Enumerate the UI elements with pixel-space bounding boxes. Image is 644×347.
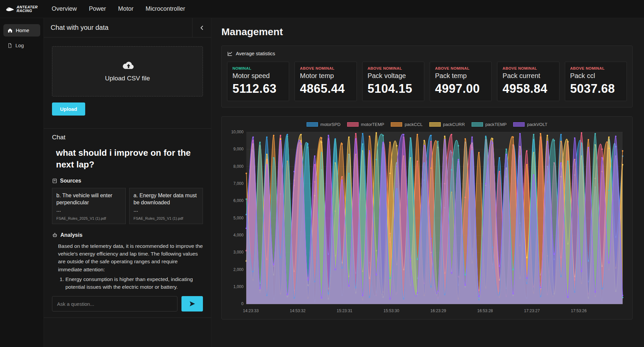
svg-text:10,000: 10,000 — [231, 130, 244, 134]
sidebar: Home Log — [0, 18, 44, 347]
stat-label: Motor speed — [232, 72, 284, 80]
source-quote: a. Energy Meter data must be downloaded — [133, 192, 199, 206]
svg-text:16:53:28: 16:53:28 — [477, 308, 493, 313]
stat-card: ABOVE NOMINAL Pack ccl 5037.68 — [565, 62, 627, 101]
analysis-section: Analysis Based on the telemetry data, it… — [44, 224, 211, 291]
legend-swatch — [347, 122, 359, 127]
stat-card: NOMINAL Motor speed 5112.63 — [227, 62, 289, 101]
legend-swatch — [429, 122, 441, 127]
analysis-text: Based on the telemetry data, it is recom… — [58, 242, 203, 273]
average-statistics-panel: Average statistics NOMINAL Motor speed 5… — [221, 46, 633, 108]
stat-status: ABOVE NOMINAL — [570, 66, 622, 70]
stats-header-label: Average statistics — [236, 51, 275, 56]
nav-item-overview[interactable]: Overview — [52, 5, 77, 12]
analysis-label-row: Analysis — [52, 232, 203, 238]
stat-value: 5112.63 — [232, 82, 284, 96]
analysis-list-item: Energy consumption is higher than expect… — [65, 275, 203, 291]
legend-item-packCCL[interactable]: packCCL — [391, 122, 422, 127]
stat-status: ABOVE NOMINAL — [435, 66, 486, 70]
send-icon — [189, 300, 196, 307]
legend-item-packTEMP[interactable]: packTEMP — [472, 122, 507, 127]
chat-panel: Chat with your data Upload CSV file — [44, 18, 211, 347]
svg-text:8,000: 8,000 — [233, 164, 244, 169]
collapse-panel-button[interactable] — [192, 18, 211, 37]
main-content: Management Average statistics NOMINAL Mo… — [211, 18, 644, 347]
cloud-upload-icon — [120, 61, 135, 71]
line-chart-icon — [227, 51, 233, 56]
stat-value: 5104.15 — [368, 82, 419, 96]
source-ellipsis: ... — [133, 207, 199, 213]
nav-item-microcontroller[interactable]: Microcontroller — [146, 5, 185, 12]
legend-item-motorSPD[interactable]: motorSPD — [307, 122, 340, 127]
sources-label: Sources — [60, 178, 81, 184]
legend-swatch — [391, 122, 402, 127]
source-card[interactable]: b. The vehicle will enter perpendicular … — [52, 188, 126, 224]
telemetry-chart-panel: motorSPDmotorTEMPpackCCLpackCURRpackTEMP… — [221, 116, 633, 320]
source-filename: FSAE_Rules_2025_V1 (1).pdf — [133, 216, 199, 220]
sidebar-item-log[interactable]: Log — [3, 39, 40, 52]
brand-logo[interactable]: ANTEATER RACING — [0, 5, 44, 13]
svg-text:17:53:26: 17:53:26 — [571, 308, 587, 313]
legend-swatch — [307, 122, 318, 127]
svg-text:0: 0 — [241, 301, 244, 306]
nav-item-power[interactable]: Power — [89, 5, 106, 12]
svg-text:16:23:29: 16:23:29 — [430, 308, 446, 313]
ask-question-input[interactable] — [52, 296, 177, 311]
csv-dropzone[interactable]: Upload CSV file — [52, 46, 203, 96]
stat-card: ABOVE NOMINAL Motor temp 4865.44 — [294, 62, 357, 101]
upload-section: Upload CSV file Upload — [44, 38, 211, 116]
stat-status: ABOVE NOMINAL — [300, 66, 351, 70]
stat-card: ABOVE NOMINAL Pack voltage 5104.15 — [362, 62, 424, 101]
ask-row — [44, 291, 211, 318]
svg-text:7,000: 7,000 — [233, 181, 244, 186]
stat-value: 4958.84 — [502, 82, 554, 96]
sidebar-item-home[interactable]: Home — [3, 24, 40, 37]
robot-icon — [52, 232, 58, 238]
source-quote: b. The vehicle will enter perpendicular — [56, 192, 121, 206]
svg-text:15:23:31: 15:23:31 — [337, 308, 353, 313]
svg-text:15:53:30: 15:53:30 — [383, 308, 399, 313]
stat-value: 4865.44 — [300, 82, 351, 96]
legend-item-motorTEMP[interactable]: motorTEMP — [347, 122, 384, 127]
stat-label: Pack ccl — [570, 72, 622, 80]
svg-text:6,000: 6,000 — [233, 198, 244, 203]
stat-status: ABOVE NOMINAL — [368, 66, 419, 70]
analysis-list: Energy consumption is higher than expect… — [59, 275, 203, 291]
svg-text:9,000: 9,000 — [233, 147, 244, 151]
stat-value: 5037.68 — [570, 82, 622, 96]
analysis-label: Analysis — [60, 232, 83, 238]
chart-legend: motorSPDmotorTEMPpackCCLpackCURRpackTEMP… — [226, 120, 628, 128]
svg-text:5,000: 5,000 — [233, 216, 244, 220]
legend-swatch — [472, 122, 483, 127]
svg-text:1,000: 1,000 — [233, 284, 244, 289]
svg-text:3,000: 3,000 — [233, 250, 244, 255]
chat-section: Chat what should i improve on for the ne… — [44, 128, 211, 318]
svg-text:2,000: 2,000 — [233, 267, 244, 272]
nav-item-motor[interactable]: Motor — [118, 5, 133, 12]
svg-text:4,000: 4,000 — [233, 233, 244, 237]
stat-value: 4997.00 — [435, 82, 486, 96]
send-button[interactable] — [181, 296, 203, 311]
nav-links: Overview Power Motor Microcontroller — [52, 5, 185, 12]
home-icon — [7, 28, 13, 33]
source-card[interactable]: a. Energy Meter data must be downloaded … — [129, 188, 203, 224]
chat-panel-header: Chat with your data — [44, 18, 211, 38]
stat-status: NOMINAL — [232, 66, 284, 70]
anteater-logo-icon — [6, 6, 14, 12]
stat-label: Motor temp — [300, 72, 351, 80]
sidebar-item-label: Log — [15, 43, 24, 48]
legend-item-packVOLT[interactable]: packVOLT — [513, 122, 547, 127]
log-icon — [7, 43, 12, 48]
svg-text:17:23:27: 17:23:27 — [524, 308, 540, 313]
user-question: what should i improve on for the next la… — [44, 144, 211, 170]
sources-icon — [52, 178, 57, 184]
svg-text:14:53:32: 14:53:32 — [290, 308, 306, 313]
sources-section: Sources b. The vehicle will enter perpen… — [44, 170, 211, 224]
svg-text:14:23:33: 14:23:33 — [243, 308, 259, 313]
stat-status: ABOVE NOMINAL — [502, 66, 554, 70]
dropzone-label: Upload CSV file — [105, 75, 150, 82]
stat-label: Pack voltage — [368, 72, 419, 80]
source-ellipsis: ... — [56, 207, 121, 213]
upload-button[interactable]: Upload — [52, 102, 85, 116]
legend-item-packCURR[interactable]: packCURR — [429, 122, 465, 127]
